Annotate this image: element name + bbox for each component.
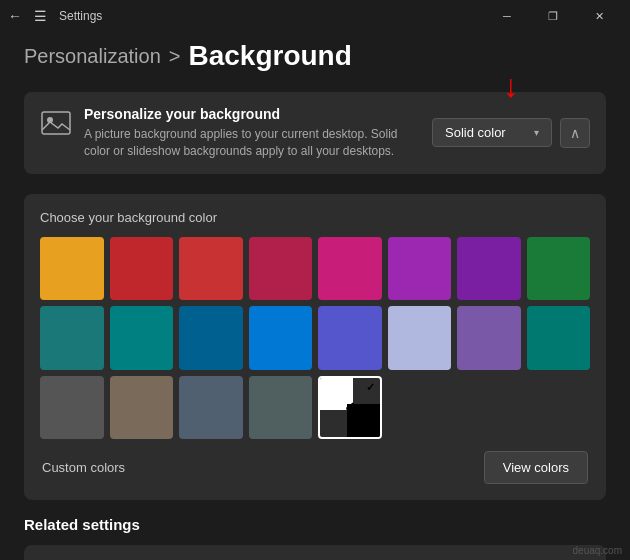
title-bar: ← ☰ Settings ─ ❐ ✕ [0,0,630,32]
watermark: deuaq.com [573,545,622,556]
view-colors-button[interactable]: View colors [484,451,588,484]
color-swatch-darkteal[interactable] [40,306,104,370]
color-swatch-empty3 [527,376,591,440]
color-swatch-darkteal2[interactable] [527,306,591,370]
background-type-dropdown[interactable]: Solid color ▾ [432,118,552,147]
breadcrumb-current: Background [188,40,351,72]
color-swatch-tealgray[interactable] [249,376,313,440]
contrast-themes-item[interactable]: Contrast themes Color themes for low vis… [24,545,606,560]
related-settings: Related settings Contrast themes Color t… [24,516,606,560]
bg-card-left: Personalize your background A picture ba… [40,106,424,160]
color-swatch-lightblue[interactable] [388,306,452,370]
color-swatch-empty2 [457,376,521,440]
color-grid: ✓ [40,237,590,440]
breadcrumb-parent[interactable]: Personalization [24,45,161,68]
color-swatch-red[interactable] [179,237,243,301]
color-swatch-darkgray[interactable] [40,376,104,440]
color-swatch-blue[interactable] [249,306,313,370]
custom-colors-button[interactable]: Custom colors [42,454,125,481]
related-settings-title: Related settings [24,516,606,533]
color-swatch-darkpink[interactable] [249,237,313,301]
bg-card-title: Personalize your background [84,106,424,122]
bg-card-right: ↓ Solid color ▾ ∧ [432,118,590,148]
color-swatch-darkblue[interactable] [179,306,243,370]
dropdown-chevron-icon: ▾ [534,127,539,138]
color-swatch-custom[interactable]: ✓ [318,376,382,440]
maximize-button[interactable]: ❐ [530,0,576,32]
background-icon [40,108,72,140]
color-swatch-browngray[interactable] [110,376,174,440]
svg-rect-0 [42,112,70,134]
close-button[interactable]: ✕ [576,0,622,32]
menu-icon[interactable]: ☰ [34,8,47,24]
bg-card-text: Personalize your background A picture ba… [84,106,424,160]
color-swatch-bluegray[interactable] [179,376,243,440]
dropdown-value: Solid color [445,125,506,140]
color-swatch-orange[interactable] [40,237,104,301]
background-card: Personalize your background A picture ba… [24,92,606,174]
color-swatch-medpurple[interactable] [457,306,521,370]
expand-button[interactable]: ∧ [560,118,590,148]
minimize-button[interactable]: ─ [484,0,530,32]
bg-card-desc: A picture background applies to your cur… [84,126,424,160]
title-bar-controls: ─ ❐ ✕ [484,0,622,32]
main-content: Personalization > Background Personalize… [0,32,630,560]
breadcrumb-separator: > [169,45,181,68]
red-arrow-indicator: ↓ [503,70,519,102]
color-actions: Custom colors View colors [40,451,590,484]
color-swatch-pink[interactable] [318,237,382,301]
color-section-title: Choose your background color [40,210,590,225]
back-icon[interactable]: ← [8,8,22,24]
color-section: Choose your background color [24,194,606,501]
window-title: Settings [59,9,102,23]
color-swatch-purple[interactable] [388,237,452,301]
color-swatch-darkred[interactable] [110,237,174,301]
color-swatch-medblue[interactable] [318,306,382,370]
color-swatch-darkpurple[interactable] [457,237,521,301]
title-bar-left: ← ☰ Settings [8,8,102,24]
color-swatch-green[interactable] [527,237,591,301]
color-swatch-teal[interactable] [110,306,174,370]
color-swatch-empty1 [388,376,452,440]
